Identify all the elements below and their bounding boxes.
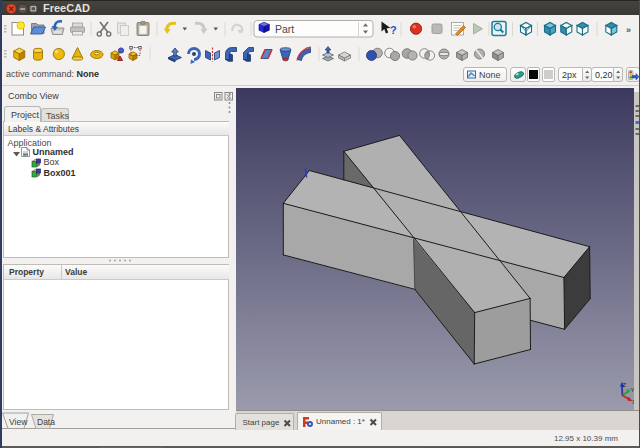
- svg-text:Z: Z: [623, 382, 627, 388]
- svg-text:»: »: [626, 25, 631, 35]
- svg-text:Data: Data: [37, 417, 55, 427]
- svg-text:View: View: [9, 417, 28, 427]
